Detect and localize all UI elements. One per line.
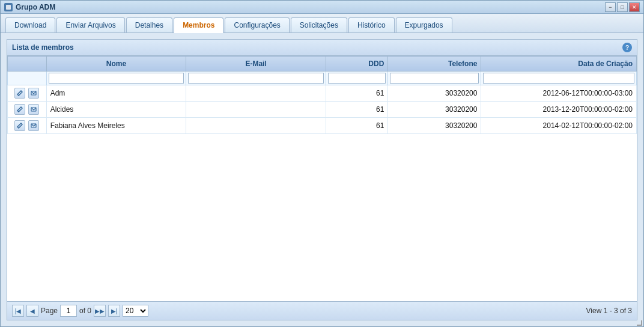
edit-button-2[interactable] — [14, 120, 25, 131]
resize-handle[interactable] — [636, 319, 642, 325]
title-bar: Grupo ADM − □ ✕ — [1, 1, 643, 14]
tab-solicitacoes[interactable]: Solicitações — [291, 17, 347, 32]
page-input[interactable] — [60, 305, 77, 317]
tab-membros[interactable]: Membros — [174, 17, 223, 33]
col-header-ddd: DDD — [326, 57, 387, 72]
email-button-2[interactable] — [28, 120, 39, 131]
tab-bar: Download Enviar Arquivos Detalhes Membro… — [1, 14, 643, 33]
window-controls: − □ ✕ — [605, 2, 640, 12]
last-page-button[interactable]: ▶| — [108, 305, 120, 317]
prev-page-button[interactable]: ◀ — [26, 305, 38, 317]
main-window: Grupo ADM − □ ✕ Download Enviar Arquivos… — [0, 0, 644, 327]
panel-title: Lista de membros — [12, 43, 74, 52]
tab-enviar-arquivos[interactable]: Enviar Arquivos — [56, 17, 124, 32]
maximize-button[interactable]: □ — [617, 2, 628, 12]
filter-row — [8, 72, 637, 85]
filter-telefone-input[interactable] — [390, 73, 479, 84]
svg-rect-0 — [6, 5, 11, 10]
help-icon[interactable]: ? — [622, 43, 632, 52]
pagination: |◀ ◀ Page of 0 ▶▶ ▶| 102050100 — [12, 305, 148, 317]
col-header-email: E-Mail — [186, 57, 326, 72]
app-icon — [4, 3, 13, 11]
col-header-telefone: Telefone — [388, 57, 481, 72]
close-button[interactable]: ✕ — [629, 2, 640, 12]
first-page-button[interactable]: |◀ — [12, 305, 24, 317]
members-table: Nome E-Mail DDD Telefone Data de Criação — [7, 56, 637, 134]
table-row: Fabiana Alves Meireles61303202002014-02-… — [8, 118, 637, 134]
col-header-actions — [8, 57, 47, 72]
filter-ddd-input[interactable] — [328, 73, 386, 84]
table-row: Alcides61303202002013-12-20T00:00:00-02:… — [8, 102, 637, 118]
tab-detalhes[interactable]: Detalhes — [126, 17, 172, 32]
filter-nome-input[interactable] — [49, 73, 184, 84]
main-content: Lista de membros ? Nome E-Mail DDD Telef… — [1, 33, 643, 326]
table-header-row: Nome E-Mail DDD Telefone Data de Criação — [8, 57, 637, 72]
window-title: Grupo ADM — [16, 3, 605, 11]
email-button-0[interactable] — [28, 88, 39, 99]
edit-button-0[interactable] — [14, 88, 25, 99]
panel-header: Lista de membros ? — [7, 40, 637, 56]
minimize-button[interactable]: − — [605, 2, 616, 12]
tab-configuracoes[interactable]: Configurações — [225, 17, 289, 32]
panel-footer: |◀ ◀ Page of 0 ▶▶ ▶| 102050100 View 1 - … — [7, 301, 637, 320]
table-body: Adm61303202002012-06-12T00:00:00-03:00 A… — [8, 85, 637, 134]
filter-data-input[interactable] — [483, 73, 634, 84]
members-table-container: Nome E-Mail DDD Telefone Data de Criação — [7, 56, 637, 301]
of-label: of 0 — [79, 307, 91, 315]
next-page-button[interactable]: ▶▶ — [94, 305, 106, 317]
tab-expurgados[interactable]: Expurgados — [396, 17, 452, 32]
view-info: View 1 - 3 of 3 — [586, 307, 633, 315]
per-page-select[interactable]: 102050100 — [123, 305, 148, 317]
email-button-1[interactable] — [28, 104, 39, 115]
edit-button-1[interactable] — [14, 104, 25, 115]
tab-historico[interactable]: Histórico — [348, 17, 395, 32]
col-header-nome: Nome — [46, 57, 186, 72]
page-label: Page — [41, 307, 58, 315]
table-row: Adm61303202002012-06-12T00:00:00-03:00 — [8, 85, 637, 102]
tab-download[interactable]: Download — [5, 17, 55, 32]
col-header-data: Data de Criação — [481, 57, 637, 72]
filter-email-input[interactable] — [188, 73, 324, 84]
members-panel: Lista de membros ? Nome E-Mail DDD Telef… — [7, 39, 637, 320]
